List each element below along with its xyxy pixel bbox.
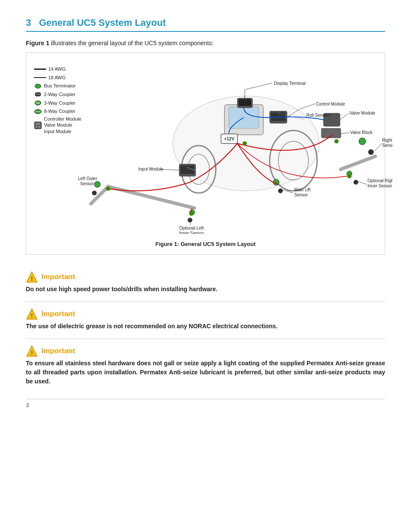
svg-text:Sensor: Sensor — [382, 143, 392, 148]
svg-point-78 — [189, 212, 193, 216]
important-body-2: The use of dielectric grease is not reco… — [26, 322, 385, 331]
page-number: 3 — [26, 402, 29, 408]
diagram-svg: +12V — [65, 57, 392, 234]
svg-rect-16 — [35, 126, 37, 128]
important-box-1: ! Important Do not use high speed power … — [26, 271, 385, 294]
svg-text:Inner Sensor: Inner Sensor — [367, 184, 392, 188]
coupler-8way-icon — [34, 109, 42, 115]
svg-line-57 — [340, 113, 349, 120]
svg-point-9 — [35, 111, 36, 112]
warning-icon-1: ! — [26, 271, 38, 283]
svg-text:Display Terminal: Display Terminal — [274, 81, 305, 86]
important-header-3: ! Important — [26, 345, 385, 357]
svg-line-54 — [300, 104, 315, 109]
svg-line-64 — [358, 181, 367, 184]
divider-1 — [26, 302, 385, 302]
figure-ref: Figure 1 — [26, 40, 49, 47]
controller-module-icon — [34, 122, 42, 128]
svg-point-42 — [94, 181, 100, 187]
svg-point-43 — [92, 191, 97, 195]
svg-text:Main Lift: Main Lift — [294, 187, 311, 192]
coupler-3way-icon — [34, 100, 42, 106]
important-header-1: ! Important — [26, 271, 385, 283]
svg-text:Sensor: Sensor — [294, 193, 308, 197]
important-title-1: Important — [41, 273, 75, 281]
svg-point-37 — [354, 180, 358, 184]
bus-terminator-icon — [34, 83, 42, 89]
svg-text:!: ! — [31, 275, 33, 282]
important-body-1: Do not use high speed power tools/drills… — [26, 285, 385, 294]
important-title-3: Important — [41, 347, 75, 355]
svg-text:Sensor: Sensor — [80, 181, 94, 186]
svg-text:Valve Block: Valve Block — [350, 130, 373, 135]
svg-point-77 — [106, 187, 110, 191]
intro-paragraph: Figure 1 illustrates the general layout … — [26, 40, 385, 47]
important-body-3: To ensure all stainless steel hardware d… — [26, 359, 385, 386]
figure-caption: Figure 1: General UC5 System Layout — [31, 241, 380, 247]
svg-rect-26 — [239, 99, 251, 106]
important-title-2: Important — [41, 310, 75, 318]
svg-text:Valve Module: Valve Module — [349, 111, 375, 115]
svg-line-51 — [245, 83, 272, 90]
divider-2 — [26, 339, 385, 339]
svg-text:+12V: +12V — [224, 137, 234, 141]
svg-point-6 — [37, 103, 39, 104]
svg-rect-3 — [38, 93, 40, 95]
figure-container: 14 AWG 18 AWG Bus Terminator 2-Way — [26, 53, 385, 255]
svg-text:Optional Right: Optional Right — [367, 178, 392, 183]
svg-line-59 — [341, 133, 349, 134]
svg-text:Inner Sensor: Inner Sensor — [179, 231, 204, 234]
svg-point-7 — [39, 103, 40, 104]
warning-icon-2: ! — [26, 308, 38, 320]
legend-18awg-label: 18 AWG — [48, 74, 66, 82]
svg-text:!: ! — [31, 312, 33, 319]
svg-rect-2 — [36, 93, 37, 95]
svg-line-46 — [108, 187, 194, 208]
legend-line-14awg-icon — [34, 68, 46, 70]
svg-text:Optional Left: Optional Left — [179, 226, 204, 230]
important-box-2: ! Important The use of dielectric grease… — [26, 308, 385, 331]
svg-line-48 — [341, 156, 375, 169]
svg-point-39 — [278, 189, 283, 193]
svg-point-34 — [359, 138, 366, 145]
svg-point-0 — [35, 84, 41, 88]
svg-point-79 — [347, 174, 352, 178]
important-box-3: ! Important To ensure all stainless stee… — [26, 345, 385, 386]
svg-point-5 — [36, 103, 37, 104]
svg-text:Right Outer: Right Outer — [382, 138, 392, 143]
coupler-2way-icon — [34, 91, 42, 97]
svg-rect-31 — [321, 128, 341, 138]
legend-14awg-label: 14 AWG — [48, 65, 66, 73]
svg-text:Roll Sensors: Roll Sensors — [306, 113, 331, 118]
svg-text:Control Module: Control Module — [316, 102, 345, 106]
page-footer: 3 — [26, 399, 385, 408]
svg-point-80 — [334, 139, 339, 143]
svg-point-11 — [37, 111, 38, 112]
diagram-area: 14 AWG 18 AWG Bus Terminator 2-Way — [31, 57, 380, 238]
svg-rect-15 — [35, 123, 40, 125]
section-title: 3 General UC5 System Layout — [26, 17, 385, 32]
section-number: 3 — [26, 17, 31, 28]
svg-text:Left Outer: Left Outer — [78, 176, 97, 181]
svg-point-12 — [39, 111, 40, 112]
svg-point-10 — [37, 111, 37, 112]
intro-text: illustrates the general layout of the UC… — [49, 40, 213, 47]
section-title-text: General UC5 System Layout — [39, 17, 166, 28]
important-header-2: ! Important — [26, 308, 385, 320]
svg-point-13 — [40, 111, 40, 112]
svg-text:!: ! — [31, 349, 33, 356]
legend-line-18awg-icon — [34, 77, 46, 78]
svg-point-81 — [243, 141, 247, 146]
svg-line-61 — [374, 143, 382, 151]
svg-point-35 — [368, 149, 374, 155]
svg-rect-17 — [38, 126, 40, 128]
warning-icon-3: ! — [26, 345, 38, 357]
page-content: 3 General UC5 System Layout Figure 1 ill… — [0, 0, 411, 426]
svg-point-45 — [188, 218, 192, 222]
svg-rect-1 — [35, 93, 40, 96]
svg-text:Input Module: Input Module — [138, 167, 163, 171]
